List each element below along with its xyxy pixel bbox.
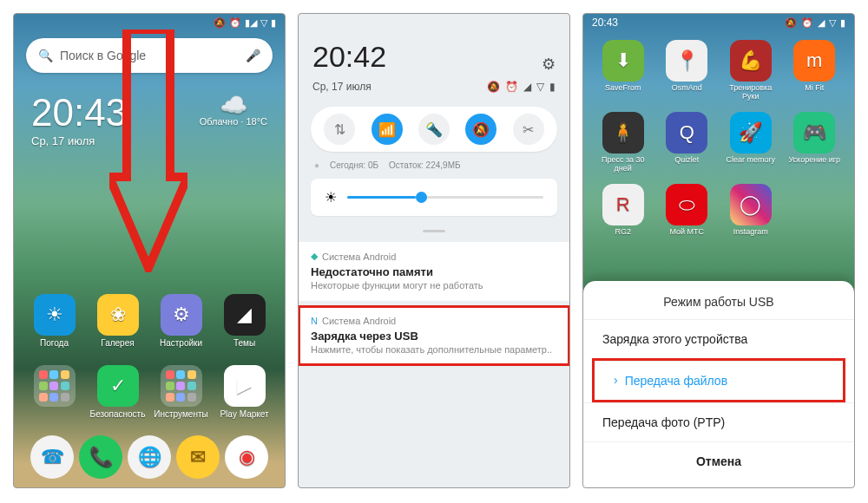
usage-today: Сегодня: 0Б — [330, 160, 378, 170]
panel-header: 20:42 ⚙ — [299, 31, 569, 81]
sheet-item-label: Передача фото (PTP) — [602, 415, 725, 429]
notification[interactable]: ◆Система AndroidНедостаточно памятиНекот… — [299, 242, 569, 301]
brightness-slider[interactable]: ☀ — [311, 179, 557, 216]
app-label: Clear memory — [726, 156, 775, 175]
app-Погода[interactable]: ☀Погода — [26, 294, 82, 349]
mic-icon[interactable]: 🎤 — [246, 49, 260, 62]
chevron-right-icon: › — [614, 373, 618, 387]
app-label: OsmAnd — [672, 84, 702, 103]
panel-time: 20:42 — [312, 40, 386, 74]
notification-list: ◆Система AndroidНедостаточно памятиНекот… — [299, 242, 569, 365]
signal-icon: ▮◢ — [245, 17, 257, 29]
weather-widget[interactable]: ☁️ Облачно · 18°C — [200, 94, 267, 127]
app-label: SaveFrom — [605, 84, 641, 103]
app-icon: ⚙ — [161, 294, 202, 336]
dock-app[interactable]: ☎ — [30, 435, 74, 479]
quick-toggles: ⇅ 📶 🔦 🔕 ✂ — [311, 107, 557, 152]
app-icon: ◉ — [225, 435, 268, 479]
slider-track[interactable] — [347, 196, 543, 199]
alarm-icon: ⏰ — [505, 81, 518, 93]
sheet-cancel[interactable]: Отмена — [583, 441, 854, 480]
app-label: Ускорение игр — [789, 156, 841, 175]
alarm-icon: ⏰ — [229, 17, 241, 29]
toggle-screenshot[interactable]: ✂ — [513, 114, 544, 145]
app-label: Instagram — [733, 228, 768, 247]
app-Инструменты[interactable]: Инструменты — [153, 365, 209, 420]
app-icon: ☀ — [34, 294, 76, 336]
app-label: Инструменты — [154, 409, 207, 420]
dock-app[interactable]: 📞 — [79, 435, 122, 479]
app-icon: ⬭ — [666, 184, 707, 225]
app-SaveFrom[interactable]: ⬇SaveFrom — [594, 40, 653, 103]
notif-body: Нажмите, чтобы показать дополнительные п… — [311, 344, 557, 355]
app-label: Quizlet — [674, 156, 699, 175]
app-Темы[interactable]: ◢Темы — [216, 294, 273, 349]
toggle-data[interactable]: ⇅ — [324, 114, 355, 145]
app-label: Галерея — [101, 338, 134, 349]
sheet-item[interactable]: ›Передача файлов — [595, 361, 843, 400]
data-usage-row: ● Сегодня: 0Б Остаток: 224,9МБ — [314, 160, 554, 170]
usage-remain: Остаток: 224,9МБ — [389, 160, 460, 170]
app-Галерея[interactable]: ❀Галерея — [89, 294, 146, 349]
dot-icon: ● — [314, 160, 319, 170]
slider-thumb[interactable] — [416, 192, 427, 203]
app-icon: ✉ — [176, 435, 220, 479]
app-icon: R — [602, 184, 644, 225]
sheet-item[interactable]: Передача фото (PTP) — [583, 402, 854, 441]
toggle-wifi[interactable]: 📶 — [372, 114, 403, 145]
silent-icon: 🔕 — [487, 81, 500, 93]
notif-body: Некоторые функции могут не работать — [311, 280, 557, 291]
signal-icon: ◢ — [818, 17, 825, 29]
app-Mi Fit[interactable]: mMi Fit — [786, 40, 845, 103]
phone-home-screen: 🔕 ⏰ ▮◢ ▽ ▮ 🔍 Поиск в Google 🎤 20:43 Ср, … — [13, 13, 286, 488]
silent-icon: 🔕 — [214, 17, 226, 29]
dock: ☎📞🌐✉◉ — [14, 435, 285, 479]
status-time: 20:43 — [592, 16, 618, 29]
notif-title: Зарядка через USB — [311, 330, 557, 343]
app-icon: 🚀 — [730, 112, 772, 154]
app-Пресс за 30 дней[interactable]: 🧍Пресс за 30 дней — [594, 112, 653, 175]
app-icon: Q — [666, 112, 707, 154]
toggle-flashlight[interactable]: 🔦 — [418, 114, 450, 145]
dock-app[interactable]: ◉ — [225, 435, 268, 479]
app-folder[interactable] — [26, 365, 82, 420]
app-icon: ◢ — [224, 294, 266, 336]
dock-app[interactable]: ✉ — [176, 435, 220, 479]
toggle-dnd[interactable]: 🔕 — [465, 114, 496, 145]
app-icon: 📍 — [666, 40, 707, 82]
app-icon: m — [793, 40, 835, 82]
battery-icon: ▮ — [840, 17, 845, 29]
shade-handle[interactable] — [299, 225, 569, 237]
app-Clear memory[interactable]: 🚀Clear memory — [721, 112, 780, 175]
app-icon: ❀ — [97, 294, 139, 336]
app-Настройки[interactable]: ⚙Настройки — [153, 294, 209, 349]
notification[interactable]: NСистема AndroidЗарядка через USBНажмите… — [299, 306, 569, 365]
app-label: Настройки — [160, 338, 202, 349]
alarm-icon: ⏰ — [801, 17, 813, 29]
wifi-icon: ▽ — [829, 17, 836, 29]
sheet-item[interactable]: Зарядка этого устройства — [583, 319, 854, 358]
app-Instagram[interactable]: ◯Instagram — [721, 184, 780, 247]
notif-app: ◆Система Android — [311, 251, 557, 262]
app-label: Безопасность — [90, 409, 146, 420]
app-icon: 🧍 — [602, 112, 644, 154]
app-OsmAnd[interactable]: 📍OsmAnd — [658, 40, 717, 103]
phone-notification-shade: 20:42 ⚙ Ср, 17 июля 🔕 ⏰ ◢ ▽ ▮ ⇅ 📶 🔦 🔕 ✂ … — [298, 13, 570, 488]
search-icon: 🔍 — [38, 49, 53, 62]
app-label: Погода — [40, 338, 69, 349]
app-Ускорение игр[interactable]: 🎮Ускорение игр — [786, 112, 845, 175]
app-icon: 💪 — [730, 40, 772, 82]
dock-app[interactable]: 🌐 — [128, 435, 171, 479]
app-Quizlet[interactable]: QQuizlet — [658, 112, 717, 175]
app-Тренировка Руки[interactable]: 💪Тренировка Руки — [721, 40, 780, 103]
app-Безопасность[interactable]: ✓Безопасность — [89, 365, 146, 420]
sheet-title: Режим работы USB — [583, 295, 854, 309]
down-arrow-annotation — [109, 29, 187, 272]
app-RG2[interactable]: RRG2 — [594, 184, 653, 247]
app-Play Маркет[interactable]: ▶Play Маркет — [216, 365, 273, 420]
sheet-item-label: Передача файлов — [625, 374, 727, 388]
app-Мой МТС[interactable]: ⬭Мой МТС — [658, 184, 717, 247]
app-label: Темы — [233, 338, 255, 349]
app-icon: ◯ — [730, 184, 772, 225]
settings-icon[interactable]: ⚙ — [542, 55, 556, 74]
